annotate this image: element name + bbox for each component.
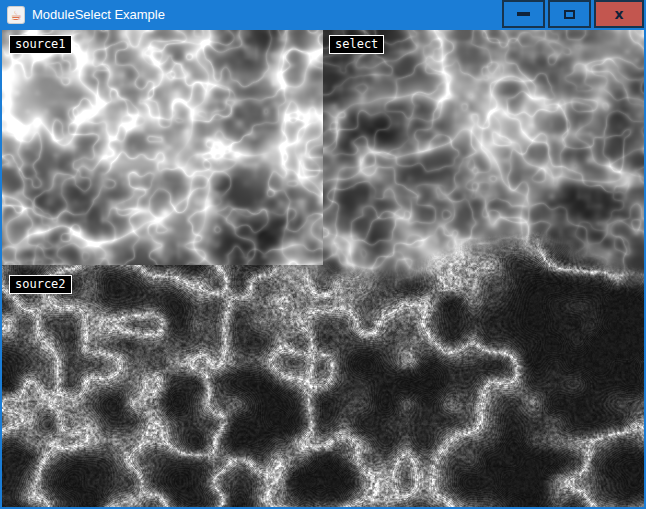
java-coffee-cup-icon: ☕	[7, 6, 25, 24]
maximize-icon	[564, 10, 575, 19]
window-controls: x	[499, 0, 644, 28]
window-title: ModuleSelect Example	[32, 0, 165, 30]
close-button[interactable]: x	[594, 0, 644, 28]
close-icon: x	[614, 7, 623, 21]
app-window: ☕ ModuleSelect Example x source1 select …	[0, 0, 646, 509]
coffee-cup-glyph: ☕	[10, 9, 22, 22]
render-viewport: source1 select source2	[2, 30, 644, 507]
label-source1: source1	[9, 35, 72, 54]
minimize-button[interactable]	[502, 0, 545, 28]
titlebar[interactable]: ☕ ModuleSelect Example x	[2, 0, 644, 30]
label-source2: source2	[9, 275, 72, 294]
noise-texture-canvas	[2, 30, 644, 507]
maximize-button[interactable]	[548, 0, 591, 28]
label-select: select	[329, 35, 384, 54]
minimize-icon	[517, 12, 530, 16]
